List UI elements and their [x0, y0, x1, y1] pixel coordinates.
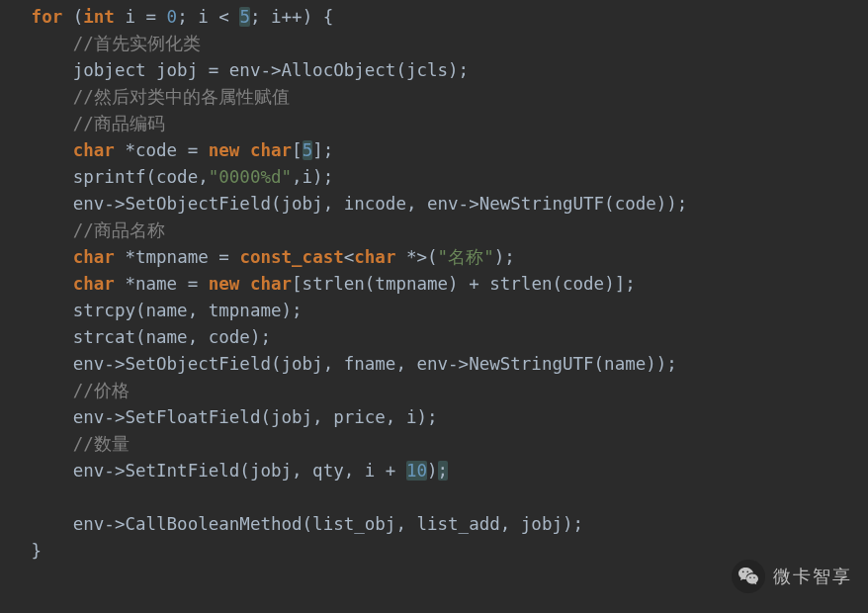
- wechat-icon: [732, 560, 765, 593]
- code-block: for (int i = 0; i < 5; i++) { //首先实例化类 j…: [0, 0, 868, 565]
- watermark: 微卡智享: [732, 560, 852, 593]
- watermark-text: 微卡智享: [773, 564, 852, 590]
